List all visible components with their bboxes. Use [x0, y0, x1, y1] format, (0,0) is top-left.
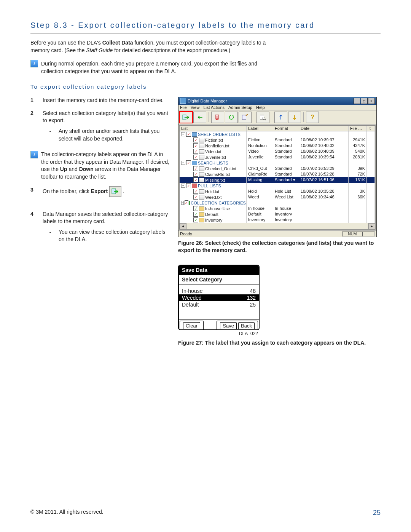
- dla-clear-button[interactable]: Clear: [183, 322, 200, 329]
- page-footer: © 3M 2011. All rights reserved. 25: [30, 509, 381, 517]
- step-3: 3 On the toolbar, click Export .: [30, 186, 171, 197]
- dla-save-button[interactable]: Save: [220, 322, 237, 329]
- page-number: 25: [373, 509, 381, 517]
- toolbar-refresh-button[interactable]: [225, 112, 238, 123]
- list-item[interactable]: ✓ InventoryInventoryInventory: [180, 217, 375, 223]
- step-1: 1Insert the memory card into the memory-…: [30, 97, 171, 104]
- intro-paragraph: Before you can use the DLA's Collect Dat…: [30, 39, 266, 54]
- info-note-1: i During normal operation, each time you…: [30, 60, 381, 75]
- svg-point-4: [229, 115, 234, 120]
- bullet-icon: [49, 228, 56, 243]
- list-item[interactable]: ✓ Checked_Out.txtChkd_OutStandard10/07/0…: [180, 166, 375, 171]
- list-item[interactable]: ✓ Weed.txtWeedWeed List10/08/02 10:34:46…: [180, 194, 375, 200]
- toolbar-preview-button[interactable]: [256, 112, 269, 123]
- scroll-right-icon[interactable]: ►: [368, 223, 375, 229]
- list-group[interactable]: −✓ SHELF ORDER LISTS: [180, 131, 375, 137]
- svg-rect-6: [260, 115, 264, 120]
- list-item[interactable]: ✓ Nonfiction.txtNonfictionStandard10/08/…: [180, 143, 375, 149]
- minimize-button[interactable]: _: [354, 98, 360, 104]
- list-group[interactable]: −✓ PULL LISTS: [180, 183, 375, 189]
- dla-row[interactable]: Weeded132: [179, 294, 259, 301]
- export-icon: [109, 186, 121, 197]
- title-rule: [30, 33, 381, 34]
- menu-bar[interactable]: FileViewList ActionsAdmin SetupHelp: [178, 105, 376, 110]
- list-item[interactable]: ✓ Fiction.txtFictionStandard10/08/02 10:…: [180, 137, 375, 143]
- page-title: Step 8.3 - Export collection-category la…: [30, 21, 381, 30]
- list-item[interactable]: ✓ Missing.txtMissingStandard ▾10/07/02 1…: [180, 177, 375, 183]
- bullet-icon: [49, 128, 56, 142]
- toolbar-delete-button[interactable]: [211, 112, 224, 123]
- list-group[interactable]: −✓ SEARCH LISTS: [180, 160, 375, 166]
- dla-subhead: Select Category: [179, 275, 259, 284]
- app-icon: [180, 98, 186, 104]
- list-item[interactable]: ✓ DefaultDefaultInventory: [180, 211, 375, 217]
- info-note-2: i The collection-category labels appear …: [30, 151, 171, 181]
- svg-rect-5: [242, 115, 246, 120]
- toolbar: ?: [178, 110, 376, 125]
- dla-back-button[interactable]: Back: [238, 322, 255, 329]
- step-2: 2 Select each collection category label(…: [30, 110, 171, 145]
- info-icon: i: [30, 60, 38, 67]
- list-header[interactable]: ListLabelFormatDateFile …It: [180, 126, 375, 131]
- window-titlebar: Digital Data Manager _ □ ×: [178, 97, 376, 105]
- figure-26-caption: Figure 26: Select (check) the collection…: [178, 240, 384, 254]
- dla-title: Save Data: [179, 265, 259, 275]
- dla-save-data-widget: Save Data Select Category In-house48Weed…: [178, 265, 260, 330]
- figures-column: Digital Data Manager _ □ × FileViewList …: [178, 97, 384, 347]
- toolbar-import-button[interactable]: [193, 112, 206, 123]
- toolbar-edit-button[interactable]: [239, 112, 252, 123]
- scroll-left-icon[interactable]: ◄: [180, 223, 186, 229]
- figure-27-caption: Figure 27: The label that you assign to …: [178, 339, 384, 347]
- horizontal-scrollbar[interactable]: ◄ ►: [180, 223, 375, 229]
- list-item[interactable]: ✓ ClaimsRtd.txtClaimsRtdStandard10/07/02…: [180, 171, 375, 177]
- close-button[interactable]: ×: [368, 98, 375, 104]
- list-item[interactable]: ✓ In-house UseIn-houseIn-house: [180, 206, 375, 211]
- toolbar-export-button[interactable]: [180, 112, 193, 123]
- step-4: 4 Data Manager saves the selected collec…: [30, 211, 171, 246]
- list-group[interactable]: −✓ COLLECTION CATEGORIES: [180, 200, 375, 206]
- list-item[interactable]: ✓ Video.txtVideoStandard10/08/02 10:40:0…: [180, 149, 375, 154]
- copyright: © 3M 2011. All rights reserved.: [30, 509, 104, 517]
- toolbar-up-button[interactable]: [274, 112, 287, 123]
- procedure-subhead: To export collection category labels: [30, 83, 381, 90]
- dla-row[interactable]: In-house48: [182, 288, 256, 294]
- data-manager-window: Digital Data Manager _ □ × FileViewList …: [178, 97, 377, 237]
- status-bar: Ready NUM: [178, 230, 376, 237]
- list-item[interactable]: ✓ Juvenile.txtJuvenileStandard10/08/02 1…: [180, 154, 375, 160]
- info-icon: i: [30, 151, 38, 158]
- dla-id: DLA_022: [178, 331, 258, 336]
- list-item[interactable]: ✓ Hold.txtHoldHold List10/08/02 10:35:28…: [180, 189, 375, 194]
- file-list: ListLabelFormatDateFile …It −✓ SHELF ORD…: [179, 125, 376, 230]
- maximize-button[interactable]: □: [361, 98, 368, 104]
- dla-buttons: Clear Save Back: [179, 320, 259, 329]
- toolbar-help-button[interactable]: ?: [306, 112, 319, 123]
- dla-row[interactable]: Default25: [182, 301, 256, 308]
- toolbar-down-button[interactable]: [288, 112, 301, 123]
- steps-column: 1Insert the memory card into the memory-…: [30, 97, 171, 252]
